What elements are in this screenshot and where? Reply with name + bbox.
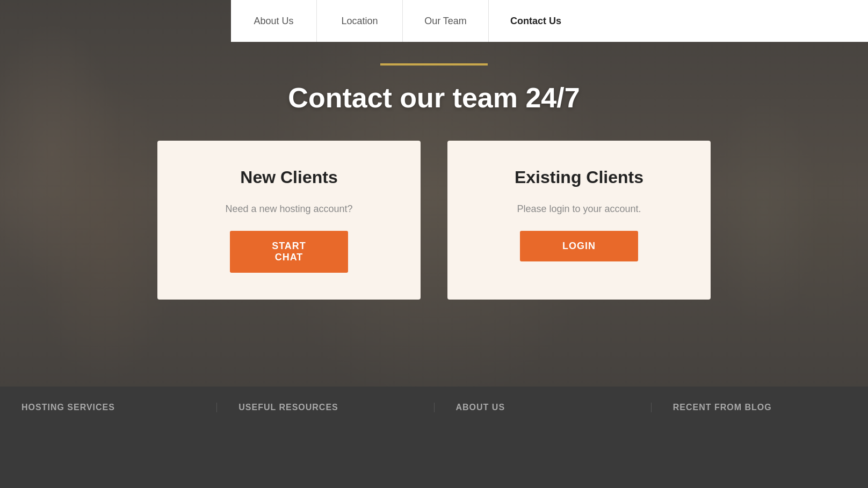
footer-recent-from-blog-heading: RECENT FROM BLOG — [673, 403, 772, 412]
new-clients-description: Need a new hosting account? — [225, 203, 352, 215]
login-button[interactable]: LOGIN — [520, 231, 638, 261]
footer-hosting-services: HOSTING SERVICES — [0, 403, 217, 412]
existing-clients-title: Existing Clients — [515, 167, 643, 187]
main-content: Contact our team 24/7 New Clients Need a… — [0, 42, 868, 387]
nav-item-contact-us[interactable]: Contact Us — [489, 0, 583, 42]
cards-container: New Clients Need a new hosting account? … — [139, 141, 729, 300]
nav-item-about-us[interactable]: About Us — [231, 0, 317, 42]
footer-about-us-heading: ABOUT US — [456, 403, 505, 412]
nav-item-our-team[interactable]: Our Team — [403, 0, 489, 42]
accent-line — [380, 63, 488, 65]
page-title: Contact our team 24/7 — [288, 82, 580, 114]
footer-hosting-services-heading: HOSTING SERVICES — [21, 403, 115, 412]
new-clients-title: New Clients — [240, 167, 337, 187]
footer-recent-from-blog: RECENT FROM BLOG — [652, 403, 868, 412]
existing-clients-card: Existing Clients Please login to your ac… — [447, 141, 711, 300]
navbar: About Us Location Our Team Contact Us — [231, 0, 868, 42]
footer-about-us: ABOUT US — [435, 403, 652, 412]
footer-useful-resources-heading: USEFUL RESOURCES — [238, 403, 338, 412]
nav-item-location[interactable]: Location — [317, 0, 403, 42]
footer: HOSTING SERVICES USEFUL RESOURCES ABOUT … — [0, 387, 868, 488]
existing-clients-description: Please login to your account. — [517, 203, 641, 215]
new-clients-card: New Clients Need a new hosting account? … — [157, 141, 421, 300]
footer-useful-resources: USEFUL RESOURCES — [217, 403, 434, 412]
start-chat-button[interactable]: START CHAT — [230, 231, 348, 273]
